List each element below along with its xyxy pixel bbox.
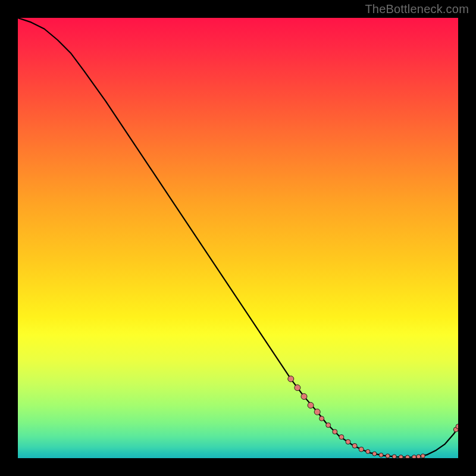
data-marker bbox=[405, 455, 409, 458]
data-marker bbox=[339, 434, 344, 439]
data-marker bbox=[295, 385, 300, 391]
data-marker bbox=[366, 449, 370, 453]
data-marker bbox=[333, 430, 337, 434]
data-marker bbox=[359, 447, 364, 452]
data-marker bbox=[346, 440, 350, 444]
chart-svg bbox=[18, 18, 458, 458]
data-marker bbox=[320, 416, 324, 421]
data-marker bbox=[308, 402, 314, 408]
bottleneck-curve bbox=[18, 18, 458, 458]
data-marker bbox=[326, 423, 331, 428]
data-marker bbox=[399, 455, 403, 458]
data-marker bbox=[386, 454, 390, 458]
data-marker bbox=[421, 454, 425, 458]
attribution-text: TheBottleneck.com bbox=[365, 2, 469, 16]
data-marker bbox=[288, 376, 294, 382]
data-markers bbox=[288, 376, 458, 458]
data-marker bbox=[416, 455, 421, 458]
data-marker bbox=[301, 393, 307, 399]
data-marker bbox=[412, 455, 416, 458]
data-marker bbox=[314, 409, 320, 415]
data-marker bbox=[379, 453, 383, 457]
data-marker bbox=[392, 455, 396, 458]
chart-stage: TheBottleneck.com bbox=[0, 0, 476, 476]
plot-area bbox=[18, 18, 458, 458]
data-marker bbox=[352, 443, 357, 448]
data-marker bbox=[372, 452, 377, 456]
